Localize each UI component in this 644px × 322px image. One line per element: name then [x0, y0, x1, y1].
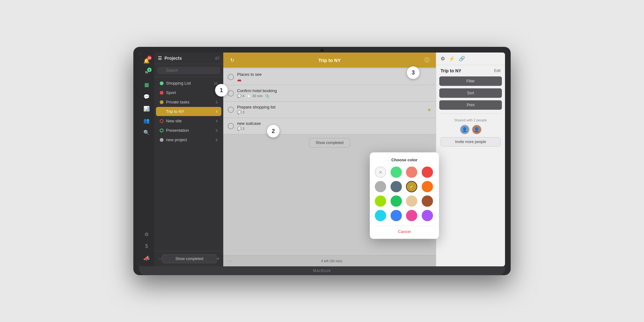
- calendar-icon: ▦: [144, 82, 149, 88]
- app-container: 🔔 10 ⚑ 3 ▦ 💬 📊: [139, 53, 505, 266]
- task-checkbox-hotel[interactable]: [228, 90, 234, 97]
- sidebar-item-calendar[interactable]: ▦: [141, 79, 152, 90]
- color-gray-light[interactable]: [375, 181, 386, 192]
- project-item-presentation[interactable]: Presentation 5: [156, 126, 221, 135]
- color-yellow-green[interactable]: [375, 196, 386, 207]
- settings-panel-icon[interactable]: ⚙: [441, 56, 445, 62]
- filter-button[interactable]: Filter: [439, 76, 502, 86]
- color-picker-title: Choose color: [375, 158, 434, 162]
- task-meta-places: 🚗: [237, 78, 424, 82]
- task-item-places[interactable]: Places to see 🚗 ☆: [223, 69, 436, 85]
- color-red[interactable]: [422, 167, 433, 178]
- task-bottom-more-icon[interactable]: ···: [228, 258, 232, 264]
- add-project-icon[interactable]: +: [217, 256, 219, 262]
- sidebar-item-chat[interactable]: 💬: [141, 91, 152, 102]
- info-icon[interactable]: ⓘ: [423, 56, 431, 64]
- project-list: Shopping List 10 Sport 2 Private tasks 5: [154, 77, 223, 251]
- sidebar-item-team[interactable]: 👥: [141, 115, 152, 126]
- sort-button[interactable]: Sort: [439, 88, 502, 98]
- project-item-trip[interactable]: Trip to NY 4: [156, 107, 221, 116]
- lightning-icon[interactable]: ⚡: [449, 56, 455, 62]
- tag-icon[interactable]: 🏷: [215, 56, 219, 61]
- project-item-newproject[interactable]: new project 6: [156, 135, 221, 144]
- project-item-sport[interactable]: Sport 2: [156, 88, 221, 97]
- task-header: ↻ Trip to NY ⓘ: [223, 53, 436, 68]
- task-item-hotel[interactable]: Confirm hotel booking 💬 4 🕐 30 min 📎 ☆: [223, 85, 436, 102]
- color-yellow-orange[interactable]: ✓: [406, 181, 417, 192]
- color-pink[interactable]: [406, 210, 417, 221]
- task-star-shopping[interactable]: ★: [427, 107, 431, 112]
- color-orange[interactable]: [422, 181, 433, 192]
- task-checkbox-shopping[interactable]: [228, 107, 234, 113]
- screen-notch: [320, 49, 324, 52]
- task-checkbox-places[interactable]: [228, 74, 234, 80]
- task-item-shopping[interactable]: Prepare shopping list 💬 3 ★: [223, 102, 436, 118]
- sidebar-item-notifications[interactable]: 🔔 10: [141, 55, 152, 66]
- right-panel-title-section: Trip to NY Edit: [436, 65, 505, 75]
- right-panel-header: ⚙ ⚡ 🔗: [436, 53, 505, 65]
- project-count-trip: 4: [216, 110, 218, 114]
- task-meta-shopping: 💬 3: [237, 110, 424, 114]
- sidebar-item-settings[interactable]: ⚙: [141, 229, 152, 240]
- chat-icon: 💬: [143, 94, 150, 100]
- show-completed-tasks-button[interactable]: Show completed: [309, 138, 350, 147]
- color-cyan[interactable]: [375, 210, 386, 221]
- search-wrapper: 🔍: [157, 67, 220, 74]
- color-green[interactable]: [391, 196, 402, 207]
- sidebar-item-dollar[interactable]: $: [141, 241, 152, 252]
- right-panel-edit-button[interactable]: Edit: [494, 69, 501, 73]
- task-name-suitcase: new suitcase: [237, 121, 424, 126]
- color-brown[interactable]: [422, 196, 433, 207]
- color-blue[interactable]: [391, 210, 402, 221]
- megaphone-icon: 📣: [143, 255, 150, 261]
- sidebar-item-megaphone[interactable]: 📣: [141, 253, 152, 264]
- task-item-suitcase[interactable]: new suitcase 💬 3 ☆: [223, 118, 436, 134]
- project-name-presentation: Presentation: [166, 128, 213, 133]
- task-star-hotel[interactable]: ☆: [427, 91, 431, 96]
- icon-sidebar: 🔔 10 ⚑ 3 ▦ 💬 📊: [139, 53, 154, 266]
- project-item-newsite[interactable]: New site 4: [156, 116, 221, 125]
- color-none[interactable]: ✕: [375, 167, 386, 178]
- print-button[interactable]: Print: [439, 100, 502, 110]
- sidebar-item-flag[interactable]: ⚑ 3: [141, 67, 152, 78]
- sidebar-more-icon[interactable]: ···: [158, 256, 162, 262]
- sync-icon[interactable]: ↻: [228, 56, 236, 64]
- sidebar-item-chart[interactable]: 📊: [141, 103, 152, 114]
- invite-button[interactable]: Invite more people: [441, 137, 501, 147]
- search-input[interactable]: [157, 67, 220, 74]
- task-name-hotel: Confirm hotel booking: [237, 88, 424, 93]
- project-count-newproject: 6: [216, 138, 218, 142]
- cancel-button[interactable]: Cancel: [398, 229, 411, 234]
- task-meta-hotel: 💬 4 🕐 30 min 📎: [237, 94, 424, 98]
- project-count-shopping: 10: [214, 81, 218, 85]
- color-salmon[interactable]: [406, 167, 417, 178]
- projects-sidebar: ☰ Projects 🏷 🔍 S: [154, 53, 223, 266]
- project-item-private[interactable]: Private tasks 5: [156, 97, 221, 107]
- project-item-shopping[interactable]: Shopping List 10: [156, 79, 221, 88]
- color-tan[interactable]: [406, 196, 417, 207]
- project-dot-shopping: [160, 81, 164, 85]
- project-dot-newproject: [160, 138, 164, 142]
- team-icon: 👥: [143, 118, 150, 124]
- projects-title-icon: ☰: [158, 56, 162, 61]
- show-completed-button[interactable]: Show completed: [162, 254, 216, 263]
- project-name-trip: Trip to NY: [166, 109, 213, 114]
- task-meta-time: 🕐 30 min: [247, 94, 263, 98]
- color-gray-dark[interactable]: [391, 181, 402, 192]
- color-purple[interactable]: [422, 210, 433, 221]
- avatar-2: 👤: [472, 125, 482, 135]
- task-star-places[interactable]: ☆: [427, 75, 431, 80]
- sidebar-item-search[interactable]: 🔍: [141, 127, 152, 138]
- task-star-suitcase[interactable]: ☆: [427, 124, 431, 129]
- laptop-screen: 🔔 10 ⚑ 3 ▦ 💬 📊: [139, 53, 505, 266]
- link-icon[interactable]: 🔗: [459, 56, 465, 62]
- project-dot-sport: [160, 91, 164, 95]
- shared-avatars: 👤 👤: [441, 125, 501, 135]
- task-checkbox-suitcase[interactable]: [228, 123, 234, 129]
- project-dot-trip: [160, 110, 164, 114]
- task-content-shopping: Prepare shopping list 💬 3: [237, 105, 424, 114]
- color-green-light[interactable]: [391, 167, 402, 178]
- projects-header: ☰ Projects 🏷: [154, 53, 223, 64]
- task-meta-shopping-comments: 💬 3: [237, 110, 244, 114]
- color-picker-footer: Cancel: [375, 226, 434, 234]
